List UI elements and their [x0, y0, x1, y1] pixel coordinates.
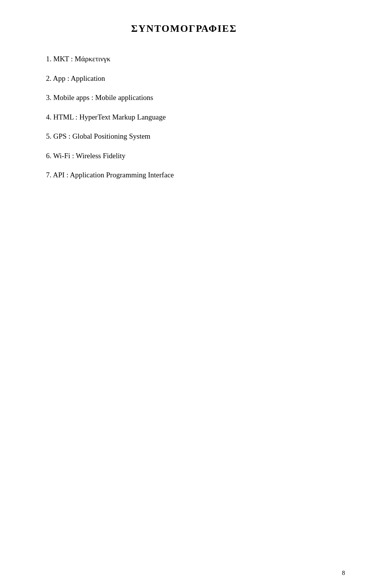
abbreviation-term: API : — [53, 171, 70, 179]
page-number: 8 — [342, 570, 345, 577]
abbreviation-term: GPS : — [53, 132, 72, 140]
abbreviation-expansion: Μάρκετινγκ — [75, 55, 110, 63]
abbreviation-expansion: Application Programming Interface — [70, 171, 174, 179]
abbreviation-term: Wi-Fi : — [53, 152, 76, 160]
abbreviation-term: ΜΚΤ : — [53, 55, 75, 63]
abbreviation-expansion: Wireless Fidelity — [76, 152, 126, 160]
item-number: 2. — [46, 74, 53, 82]
abbreviation-expansion: Application — [71, 74, 105, 82]
abbreviation-term: Mobile apps : — [53, 93, 95, 102]
item-number: 4. — [46, 113, 53, 121]
list-item: 4. HTML : HyperText Markup Language — [46, 112, 337, 123]
abbreviation-term: HTML : — [53, 113, 79, 121]
abbreviation-expansion: Mobile applications — [95, 93, 153, 102]
list-item: 5. GPS : Global Positioning System — [46, 131, 337, 142]
list-item: 3. Mobile apps : Mobile applications — [46, 92, 337, 103]
item-number: 1. — [46, 55, 53, 63]
abbreviation-expansion: HyperText Markup Language — [79, 113, 166, 121]
page-container: ΣΥΝΤΟΜΟΓΡΑΦΙΕΣ 1. ΜΚΤ : Μάρκετινγκ2. App… — [0, 0, 368, 588]
item-number: 7. — [46, 171, 53, 179]
list-item: 6. Wi-Fi : Wireless Fidelity — [46, 151, 337, 162]
abbreviation-expansion: Global Positioning System — [72, 132, 151, 140]
list-item: 2. App : Application — [46, 73, 337, 84]
item-number: 6. — [46, 152, 53, 160]
page-title: ΣΥΝΤΟΜΟΓΡΑΦΙΕΣ — [31, 23, 337, 34]
abbreviation-list: 1. ΜΚΤ : Μάρκετινγκ2. App : Application3… — [46, 54, 337, 181]
item-number: 5. — [46, 132, 53, 140]
list-item: 1. ΜΚΤ : Μάρκετινγκ — [46, 54, 337, 65]
item-number: 3. — [46, 93, 53, 102]
abbreviation-term: App : — [53, 74, 71, 82]
list-item: 7. API : Application Programming Interfa… — [46, 170, 337, 181]
